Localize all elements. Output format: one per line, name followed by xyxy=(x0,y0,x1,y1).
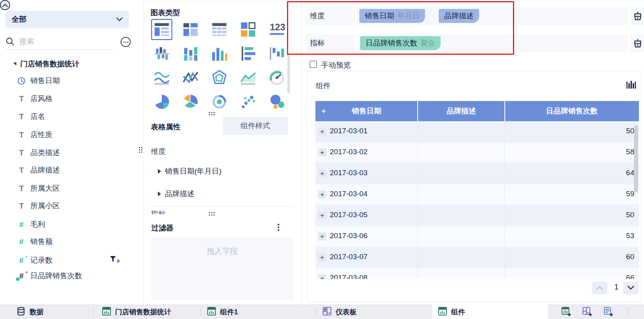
prop-dimension-item[interactable]: 品牌描述 xyxy=(158,189,194,199)
next-page-button[interactable] xyxy=(623,282,639,294)
grouped-table[interactable] xyxy=(153,21,170,38)
add-component-icon[interactable] xyxy=(561,307,571,317)
expand-row-button[interactable]: + xyxy=(318,253,326,261)
stacked-column[interactable] xyxy=(182,45,199,62)
bottom-tab-数据[interactable]: 数据 xyxy=(16,305,44,319)
field-label: 记录数 xyxy=(30,255,52,265)
dimension-pill[interactable]: 销售日期 年月日 xyxy=(359,9,425,23)
prop-dimension-item[interactable]: 销售日期(年月日) xyxy=(158,166,222,176)
field-label: 销售额 xyxy=(30,237,52,247)
expand-row-button[interactable]: + xyxy=(318,232,326,241)
kpi-card[interactable]: 123 xyxy=(268,21,285,38)
number-field-icon: # xyxy=(17,220,26,229)
table-row[interactable]: +2017-03-0866 xyxy=(315,268,639,279)
bottom-tab-label: 数据 xyxy=(30,307,44,317)
field-item[interactable]: T店风格 xyxy=(17,93,134,104)
table-scope-dropdown[interactable]: 全部 xyxy=(5,11,129,28)
column-header[interactable]: 品牌描述 xyxy=(418,101,505,121)
bottom-tab-仪表板[interactable]: 仪表板 xyxy=(322,305,357,319)
cell-count: 58 xyxy=(626,148,634,156)
field-item[interactable]: T所属大区 xyxy=(17,183,134,194)
table-row[interactable]: +2017-03-0760 xyxy=(315,247,639,268)
tab-component-style[interactable]: 组件样式 xyxy=(223,117,288,135)
switch-chart-icon[interactable] xyxy=(626,80,637,90)
multi-pie-chart[interactable] xyxy=(182,93,199,110)
table-row[interactable]: +2017-03-0258 xyxy=(315,142,639,163)
expand-row-button[interactable]: + xyxy=(318,127,326,136)
filter-dropzone[interactable]: 拖入字段 xyxy=(151,237,293,300)
cell-count: 50 xyxy=(626,211,634,219)
bar-chart[interactable] xyxy=(240,45,257,62)
block-chart[interactable] xyxy=(240,21,257,38)
prev-page-button[interactable] xyxy=(592,282,607,294)
table-row[interactable]: +2017-03-0550 xyxy=(315,205,639,226)
expand-row-button[interactable]: + xyxy=(318,169,326,178)
cross-table[interactable] xyxy=(182,21,199,38)
bubble-chart[interactable] xyxy=(268,93,285,110)
bottom-tab-门店销售数据统计[interactable]: 门店销售数据统计 xyxy=(102,305,171,319)
expand-row-button[interactable]: + xyxy=(318,211,326,220)
table-row[interactable]: +2017-03-0653 xyxy=(315,226,639,247)
table-scrollbar[interactable] xyxy=(634,125,638,192)
area-chart[interactable] xyxy=(240,69,257,86)
table-row[interactable]: +2017-03-0364 xyxy=(315,163,639,184)
field-search xyxy=(5,34,130,49)
scatter-chart[interactable] xyxy=(240,93,257,110)
drag-handle-icon[interactable] xyxy=(209,112,215,115)
field-item[interactable]: 销售日期 xyxy=(17,75,134,86)
search-input[interactable] xyxy=(19,37,98,46)
cell-date: 2017-03-03 xyxy=(330,169,368,177)
expand-caret-icon xyxy=(158,192,161,196)
drag-handle-icon[interactable] xyxy=(139,147,142,153)
panel-scrollbar[interactable] xyxy=(287,54,290,93)
radar-chart[interactable] xyxy=(211,69,228,86)
field-item[interactable]: T店性质 xyxy=(17,129,134,140)
collapse-icon[interactable] xyxy=(0,0,10,10)
metric-pill[interactable]: 日品牌销售次数 聚合 xyxy=(360,36,441,50)
detail-table[interactable] xyxy=(211,21,228,38)
cell-date: 2017-03-01 xyxy=(330,127,368,135)
manual-preview-checkbox[interactable] xyxy=(310,61,317,68)
dataset-tree-header[interactable]: 门店销售数据统计 xyxy=(13,59,79,69)
multi-axis-bar[interactable] xyxy=(153,45,170,62)
field-item[interactable]: #*记录数 xyxy=(17,255,134,266)
column-chart[interactable] xyxy=(211,45,228,62)
format-brush-icon[interactable] xyxy=(633,38,643,48)
field-item[interactable]: #*日品牌销售次数 xyxy=(17,270,134,281)
donut-chart[interactable] xyxy=(211,93,228,110)
dataset-title: 门店销售数据统计 xyxy=(20,59,79,69)
line-chart[interactable] xyxy=(153,69,170,86)
bottom-tab-组件[interactable]: 组件 xyxy=(438,305,465,319)
dimension-pill[interactable]: 品牌描述 xyxy=(439,9,479,23)
add-dataset-icon[interactable] xyxy=(603,307,613,317)
tab-table-properties[interactable]: 表格属性 xyxy=(151,122,180,132)
table-row[interactable]: +2017-03-0150 xyxy=(315,121,639,142)
filter-badge-icon[interactable] xyxy=(110,256,120,265)
expand-row-button[interactable]: + xyxy=(318,190,326,199)
add-dashboard-icon[interactable] xyxy=(582,307,592,317)
expand-row-button[interactable]: + xyxy=(318,148,326,157)
gauge-chart[interactable] xyxy=(268,69,285,86)
text-field-icon: T xyxy=(17,202,26,210)
bottom-tab-组件1[interactable]: 组件1 xyxy=(207,305,238,319)
table-row[interactable]: +2017-03-0459 xyxy=(315,184,639,205)
format-brush-icon[interactable] xyxy=(633,11,643,21)
more-options-icon[interactable] xyxy=(121,37,131,47)
table-body: +2017-03-0150+2017-03-0258+2017-03-0364+… xyxy=(315,121,639,279)
field-item[interactable]: #毛利 xyxy=(17,219,134,230)
kebab-menu-icon[interactable] xyxy=(278,223,279,232)
panel-divider[interactable] xyxy=(301,0,302,305)
pie-chart[interactable] xyxy=(153,93,170,110)
field-item[interactable]: T所属小区 xyxy=(17,200,134,211)
column-header[interactable]: 日品牌销售次数 xyxy=(505,101,639,121)
drag-handle-icon[interactable] xyxy=(209,212,215,216)
column-header[interactable]: 销售日期 xyxy=(315,101,418,121)
field-item[interactable]: T品牌描述 xyxy=(17,165,134,176)
field-item[interactable]: T品类描述 xyxy=(17,147,134,158)
field-label: 店性质 xyxy=(30,130,52,140)
field-item[interactable]: #销售额 xyxy=(17,236,134,247)
line-marker-chart[interactable] xyxy=(182,69,199,86)
range-column[interactable] xyxy=(268,45,285,62)
field-item[interactable]: T店名 xyxy=(17,111,134,122)
expand-row-button[interactable]: + xyxy=(318,274,326,279)
